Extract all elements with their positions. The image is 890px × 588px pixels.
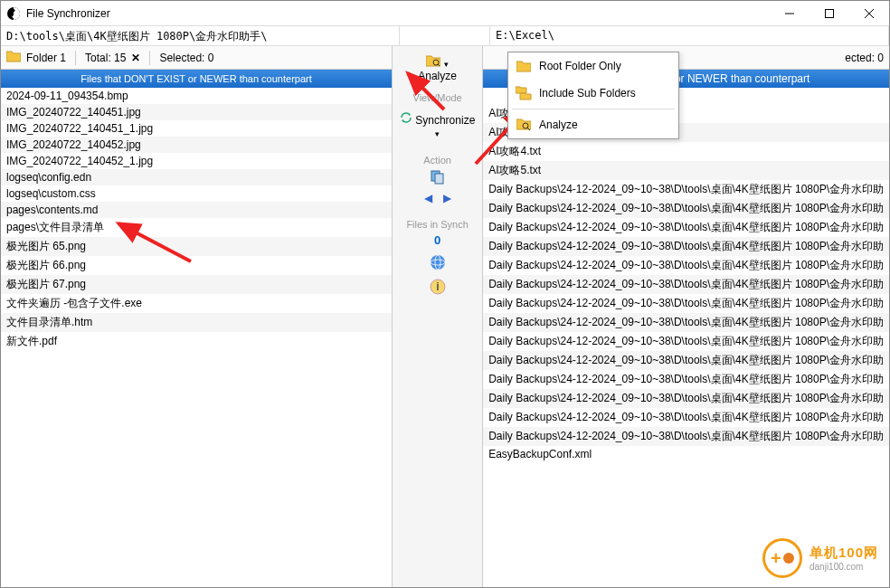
minimize-button[interactable]	[770, 1, 810, 26]
file-row[interactable]: Daily Backups\24-12-2024_09~10~38\D\tool…	[483, 389, 889, 408]
analyze-dropdown: Root Folder Only Include Sub Folders Ana…	[507, 52, 679, 139]
file-row[interactable]: Daily Backups\24-12-2024_09~10~38\D\tool…	[483, 370, 889, 389]
analyze-button[interactable]: ▾ Analyze	[397, 50, 478, 87]
file-row[interactable]: EasyBackupConf.xml	[483, 446, 889, 462]
svg-point-2	[13, 15, 15, 18]
watermark-en: danji100.com	[810, 562, 878, 572]
file-row[interactable]: Daily Backups\24-12-2024_09~10~38\D\tool…	[483, 408, 889, 427]
dropdown-root-folder-only[interactable]: Root Folder Only	[508, 52, 678, 80]
clear-button[interactable]: ✕	[131, 52, 140, 64]
left-path[interactable]: D:\tools\桌面\4K壁纸图片 1080P\金舟水印助手\	[1, 26, 400, 45]
folder-icon	[6, 50, 21, 65]
file-row[interactable]: Daily Backups\24-12-2024_09~10~38\D\tool…	[483, 351, 889, 370]
maximize-button[interactable]	[810, 1, 849, 26]
title-bar: File Synchronizer	[1, 1, 889, 26]
file-row[interactable]: IMG_20240722_140451_1.jpg	[1, 120, 392, 137]
files-sync-count: 0	[406, 233, 468, 247]
right-selected-label: ected: 0	[845, 52, 884, 64]
file-row[interactable]: Daily Backups\24-12-2024_09~10~38\D\tool…	[483, 427, 889, 446]
file-row[interactable]: Daily Backups\24-12-2024_09~10~38\D\tool…	[483, 313, 889, 332]
file-row[interactable]: IMG_20240722_140452.jpg	[1, 137, 392, 153]
file-row[interactable]: Daily Backups\24-12-2024_09~10~38\D\tool…	[483, 218, 889, 237]
watermark-cn: 单机100网	[810, 545, 878, 562]
file-row[interactable]: logseq\custom.css	[1, 185, 392, 202]
sync-icon	[400, 114, 412, 127]
dropdown-label: Root Folder Only	[539, 60, 621, 72]
folder-icon	[516, 58, 532, 74]
left-list-header: Files that DON'T EXIST or NEWER than cou…	[1, 70, 392, 88]
folders-icon	[516, 85, 532, 101]
file-row[interactable]: Daily Backups\24-12-2024_09~10~38\D\tool…	[483, 180, 889, 199]
files-sync-title: Files in Synch	[406, 219, 468, 230]
file-row[interactable]: 极光图片 67.png	[1, 275, 392, 294]
center-panel: ▾ Analyze View/Mode Synchronize ▾ Action…	[393, 46, 483, 587]
file-row[interactable]: IMG_20240722_140451.jpg	[1, 104, 392, 120]
left-file-list[interactable]: 2024-09-11_094354.bmpIMG_20240722_140451…	[1, 88, 392, 587]
right-path[interactable]: E:\Excel\	[490, 26, 889, 45]
file-row[interactable]: logseq\config.edn	[1, 169, 392, 185]
action-right-button[interactable]: ▶	[443, 192, 451, 204]
magnifier-icon	[516, 117, 532, 133]
file-row[interactable]: Daily Backups\24-12-2024_09~10~38\D\tool…	[483, 237, 889, 256]
window-title: File Synchronizer	[26, 7, 770, 20]
selected-label: Selected: 0	[159, 52, 213, 64]
analyze-icon: ▾	[400, 54, 476, 70]
app-icon	[6, 6, 21, 21]
svg-rect-10	[435, 174, 443, 184]
file-row[interactable]: AI攻略5.txt	[483, 161, 889, 180]
synchronize-button[interactable]: Synchronize ▾	[397, 107, 478, 144]
svg-point-1	[13, 9, 15, 12]
file-row[interactable]: 新文件.pdf	[1, 332, 392, 351]
action-left-button[interactable]: ◀	[424, 192, 432, 204]
file-row[interactable]: IMG_20240722_140452_1.jpg	[1, 153, 392, 169]
file-row[interactable]: 极光图片 66.png	[1, 256, 392, 275]
action-copy-button[interactable]	[424, 169, 451, 188]
synchronize-label: Synchronize	[415, 114, 475, 127]
dropdown-label: Analyze	[539, 119, 578, 131]
folder-label: Folder 1	[26, 52, 66, 64]
analyze-label: Analyze	[400, 70, 476, 82]
file-row[interactable]: pages\contents.md	[1, 202, 392, 218]
globe-icon[interactable]	[406, 254, 468, 273]
file-row[interactable]: 极光图片 65.png	[1, 237, 392, 256]
close-button[interactable]	[849, 1, 889, 26]
file-row[interactable]: pages\文件目录清单	[1, 218, 392, 237]
info-icon[interactable]: i	[406, 279, 468, 298]
file-row[interactable]: 2024-09-11_094354.bmp	[1, 88, 392, 104]
viewmode-title: View/Mode	[397, 92, 478, 103]
svg-rect-4	[826, 9, 834, 17]
left-pane: Folder 1 Total: 15 ✕ Selected: 0 Files t…	[1, 46, 393, 587]
svg-point-11	[431, 255, 445, 270]
path-gap	[400, 26, 490, 45]
watermark: + 单机100网 danji100.com	[762, 538, 878, 578]
action-title: Action	[421, 155, 455, 166]
file-row[interactable]: Daily Backups\24-12-2024_09~10~38\D\tool…	[483, 199, 889, 218]
file-row[interactable]: Daily Backups\24-12-2024_09~10~38\D\tool…	[483, 275, 889, 294]
file-row[interactable]: 文件夹遍历 -包含子文件.exe	[1, 294, 392, 313]
total-label: Total: 15	[85, 52, 126, 64]
path-bar: D:\tools\桌面\4K壁纸图片 1080P\金舟水印助手\ E:\Exce…	[1, 26, 889, 46]
dropdown-analyze[interactable]: Analyze	[508, 111, 678, 138]
left-folder-header: Folder 1 Total: 15 ✕ Selected: 0	[1, 46, 392, 70]
right-file-list[interactable]: AI攻略2.txtAI攻略3.txtAI攻略4.txtAI攻略5.txtDail…	[483, 88, 889, 587]
file-row[interactable]: AI攻略4.txt	[483, 142, 889, 161]
watermark-logo-icon: +	[762, 538, 802, 578]
svg-text:i: i	[436, 280, 439, 293]
file-row[interactable]: Daily Backups\24-12-2024_09~10~38\D\tool…	[483, 294, 889, 313]
file-row[interactable]: Daily Backups\24-12-2024_09~10~38\D\tool…	[483, 332, 889, 351]
dropdown-include-sub-folders[interactable]: Include Sub Folders	[508, 80, 678, 107]
file-row[interactable]: 文件目录清单.htm	[1, 313, 392, 332]
dropdown-label: Include Sub Folders	[539, 87, 636, 100]
file-row[interactable]: Daily Backups\24-12-2024_09~10~38\D\tool…	[483, 256, 889, 275]
